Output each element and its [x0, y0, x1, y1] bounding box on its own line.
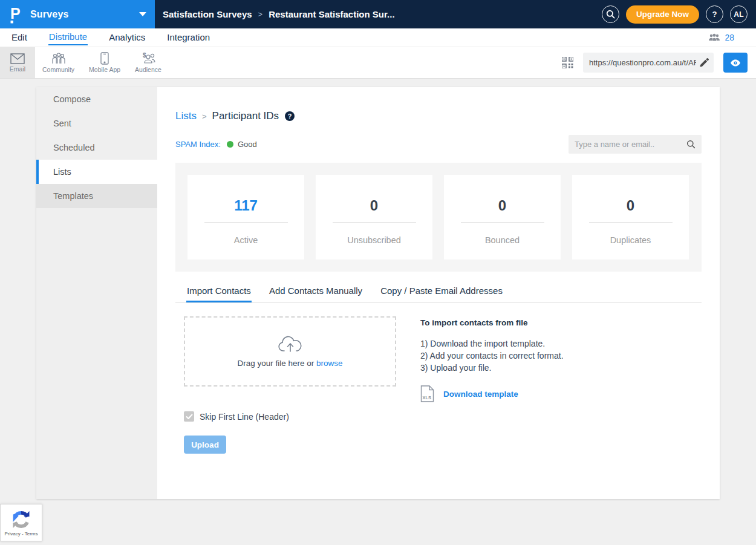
- recaptcha-logo-icon: [10, 509, 32, 530]
- upgrade-now-button[interactable]: Upgrade Now: [626, 5, 699, 24]
- collaborator-count: 28: [725, 33, 734, 42]
- audience-icon: $: [140, 52, 156, 65]
- avatar-initials: AL: [734, 10, 744, 19]
- file-dropzone[interactable]: Drag your file here or browse: [184, 316, 396, 387]
- stat-label: Active: [187, 235, 304, 245]
- spam-status-text: Good: [238, 140, 257, 149]
- cloud-upload-icon: [278, 336, 302, 353]
- instruction-step: 1) Download the import template.: [420, 338, 564, 350]
- channel-audience[interactable]: $ Audience: [128, 47, 169, 78]
- search-button[interactable]: [602, 5, 619, 23]
- survey-url[interactable]: https://questionpro.com.au/t/ARr6k: [589, 58, 696, 67]
- download-template-link[interactable]: Download template: [443, 390, 518, 399]
- svg-text:?: ?: [712, 10, 717, 19]
- browse-link[interactable]: browse: [316, 359, 343, 368]
- divider: [204, 222, 288, 223]
- channel-email[interactable]: Email: [0, 47, 35, 78]
- contact-tabs: Import Contacts Add Contacts Manually Co…: [175, 281, 702, 303]
- channel-label: Email: [10, 65, 25, 73]
- lists-panel: Lists > Participant IDs ? SPAM Index: Go…: [157, 87, 720, 499]
- qr-code-icon[interactable]: [562, 57, 573, 68]
- contact-search[interactable]: [569, 135, 702, 154]
- stat-card-duplicates[interactable]: 0 Duplicates: [572, 175, 689, 259]
- spam-status-dot: [227, 141, 233, 148]
- stat-label: Unsubscribed: [316, 235, 432, 245]
- stat-value: 117: [187, 197, 304, 214]
- stat-label: Bounced: [444, 235, 561, 245]
- stat-label: Duplicates: [572, 235, 689, 245]
- stat-card-active[interactable]: 117 Active: [187, 175, 304, 259]
- stat-card-bounced[interactable]: 0 Bounced: [444, 175, 561, 259]
- people-icon: [708, 33, 720, 42]
- divider: [461, 222, 544, 223]
- lists-breadcrumb: Lists > Participant IDs ?: [175, 110, 702, 122]
- recaptcha-badge[interactable]: Privacy - Terms: [0, 504, 42, 541]
- stat-value: 0: [444, 197, 561, 214]
- spam-index-label[interactable]: SPAM Index:: [175, 140, 221, 149]
- breadcrumb-folder[interactable]: Satisfaction Surveys: [163, 9, 252, 19]
- upload-button[interactable]: Upload: [184, 436, 226, 454]
- product-name: Surveys: [30, 9, 69, 20]
- divider: [589, 222, 673, 223]
- email-icon: [10, 53, 25, 64]
- instructions-title: To import contacts from file: [420, 318, 564, 327]
- stat-card-unsubscribed[interactable]: 0 Unsubscribed: [316, 175, 432, 259]
- sidebar-item-lists[interactable]: Lists: [36, 160, 157, 184]
- eye-icon: [730, 59, 741, 67]
- sidebar-item-sent[interactable]: Sent: [36, 111, 157, 135]
- search-icon: [606, 10, 615, 19]
- skip-first-line-option[interactable]: Skip First Line (Header): [175, 411, 702, 422]
- tab-edit[interactable]: Edit: [11, 30, 28, 45]
- channel-community[interactable]: Community: [35, 47, 82, 78]
- channel-label: Mobile App: [89, 66, 120, 73]
- content-card: Compose Sent Scheduled Lists Templates L…: [36, 87, 720, 499]
- checkbox-label[interactable]: Skip First Line (Header): [200, 412, 289, 422]
- tab-distribute[interactable]: Distribute: [48, 30, 88, 45]
- preview-button[interactable]: [723, 53, 748, 73]
- page-title: Participant IDs: [212, 110, 279, 122]
- distribute-sidebar: Compose Sent Scheduled Lists Templates: [36, 87, 157, 499]
- breadcrumb-survey-title[interactable]: Restaurant Satisfaction Sur...: [269, 9, 394, 19]
- tab-copy-paste-email[interactable]: Copy / Paste Email Addresses: [380, 281, 503, 302]
- breadcrumb: Satisfaction Surveys > Restaurant Satisf…: [155, 9, 395, 19]
- survey-nav: Edit Distribute Analytics Integration 28: [0, 28, 756, 47]
- tab-add-contacts-manually[interactable]: Add Contacts Manually: [269, 281, 363, 302]
- distribute-toolbar: Email Community Mobile App $ Audience: [0, 47, 756, 79]
- question-mark-icon: ?: [710, 10, 719, 19]
- collaborators[interactable]: 28: [708, 33, 746, 42]
- import-instructions: To import contacts from file 1) Download…: [420, 316, 564, 402]
- sidebar-item-scheduled[interactable]: Scheduled: [36, 135, 157, 160]
- channel-mobile-app[interactable]: Mobile App: [82, 47, 128, 78]
- stat-value: 0: [316, 197, 432, 214]
- lists-link[interactable]: Lists: [175, 110, 197, 122]
- questionpro-logo-icon: P: [10, 5, 25, 24]
- breadcrumb-separator: >: [258, 10, 263, 19]
- mobile-icon: [100, 52, 109, 65]
- dropzone-text: Drag your file here or: [237, 359, 314, 368]
- tab-import-contacts[interactable]: Import Contacts: [186, 281, 252, 302]
- sidebar-item-compose[interactable]: Compose: [36, 87, 157, 111]
- svg-text:$: $: [143, 52, 146, 59]
- tab-analytics[interactable]: Analytics: [108, 30, 146, 45]
- sidebar-item-templates[interactable]: Templates: [36, 184, 157, 208]
- user-avatar[interactable]: AL: [730, 5, 748, 23]
- instruction-step: 3) Upload your file.: [420, 362, 564, 374]
- svg-text:P: P: [10, 5, 21, 22]
- divider: [333, 222, 416, 223]
- tab-integration[interactable]: Integration: [166, 30, 210, 45]
- checkbox-checked-icon[interactable]: [184, 411, 194, 422]
- breadcrumb-separator: >: [202, 112, 207, 121]
- help-icon[interactable]: ?: [285, 111, 295, 121]
- search-icon[interactable]: [686, 140, 696, 149]
- recaptcha-privacy-terms[interactable]: Privacy - Terms: [5, 531, 38, 537]
- help-button[interactable]: ?: [706, 5, 723, 23]
- contact-stats: 117 Active 0 Unsubscribed 0 Bounced 0 Du…: [175, 163, 702, 272]
- edit-pencil-icon[interactable]: [699, 58, 709, 68]
- product-switcher[interactable]: P Surveys: [0, 0, 155, 28]
- search-input[interactable]: [575, 140, 683, 149]
- channel-label: Community: [42, 66, 74, 73]
- community-icon: [51, 53, 67, 65]
- survey-url-field[interactable]: https://questionpro.com.au/t/ARr6k: [583, 53, 714, 73]
- stat-value: 0: [572, 197, 689, 214]
- channel-label: Audience: [135, 66, 161, 73]
